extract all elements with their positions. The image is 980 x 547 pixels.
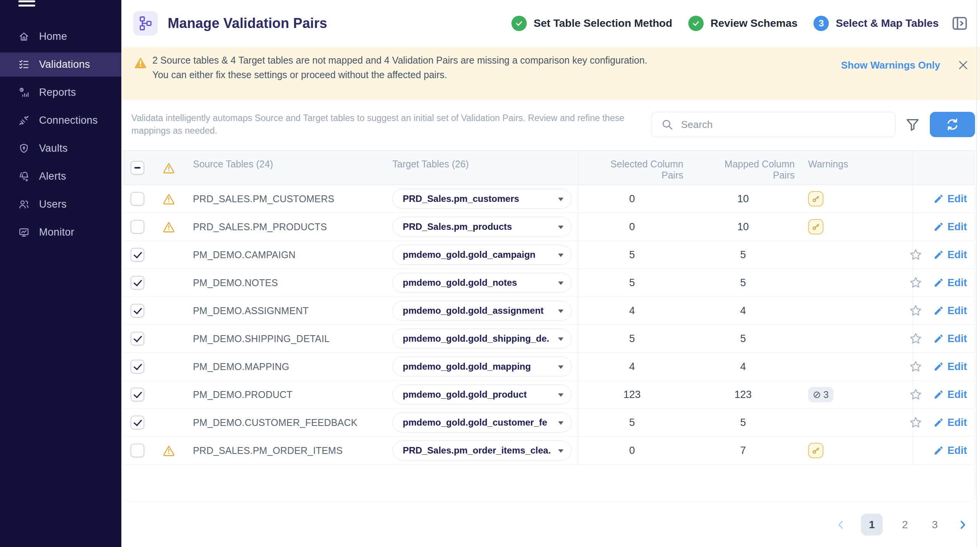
hamburger-icon[interactable] [18,0,35,9]
reports-icon [18,87,29,98]
target-table-value: pmdemo_gold.gold_shipping_de. [403,333,549,344]
warning-triangle-icon [163,221,175,233]
stepper: Set Table Selection MethodReview Schemas… [511,16,939,31]
sidebar-item-monitor[interactable]: Monitor [0,220,121,244]
excluded-columns-badge[interactable]: ⊘3 [808,387,833,402]
sidebar-item-reports[interactable]: Reports [0,80,121,105]
star-icon[interactable] [909,276,923,290]
row-warning-cell [157,185,186,213]
row-warnings-cell [800,269,913,296]
table-row: PM_DEMO.CAMPAIGN pmdemo_gold.gold_campai… [123,241,975,269]
target-table-dropdown[interactable]: PRD_Sales.pm_customers [392,189,572,209]
edit-button[interactable]: Edit [933,445,967,457]
sidebar-item-label: Monitor [39,226,74,238]
row-checkbox[interactable] [131,192,144,206]
show-warnings-only-link[interactable]: Show Warnings Only [841,59,940,71]
warning-triangle-icon [163,193,175,205]
edit-button[interactable]: Edit [933,417,967,429]
sidebar-nav: HomeValidationsReportsConnectionsVaultsA… [0,25,121,248]
table-row: PRD_SALES.PM_ORDER_ITEMS PRD_Sales.pm_or… [123,437,975,465]
sidebar-item-users[interactable]: Users [0,192,121,216]
row-checkbox[interactable] [131,220,144,234]
target-table-value: PRD_Sales.pm_customers [403,193,519,204]
row-checkbox[interactable] [131,416,144,429]
selected-column-pairs-value: 123 [578,381,686,408]
row-checkbox[interactable] [131,304,144,318]
mapped-column-pairs-value: 5 [686,241,800,269]
page-button-2[interactable]: 2 [897,514,913,536]
step-label: Set Table Selection Method [534,17,672,29]
star-icon[interactable] [909,304,923,318]
missing-key-badge[interactable] [808,443,823,458]
next-page-icon[interactable] [957,519,969,531]
column-header-target[interactable]: Target Tables (26) [385,151,578,185]
panel-toggle-icon[interactable] [951,15,969,32]
edit-button[interactable]: Edit [933,249,967,261]
target-table-dropdown[interactable]: PRD_Sales.pm_order_items_clea. [392,441,572,460]
sidebar-item-validations[interactable]: Validations [0,52,121,77]
star-icon[interactable] [909,248,923,262]
edit-button[interactable]: Edit [933,333,967,345]
row-checkbox[interactable] [131,444,144,457]
pencil-icon [933,361,944,372]
target-table-dropdown[interactable]: pmdemo_gold.gold_mapping [392,357,572,377]
target-table-dropdown[interactable]: pmdemo_gold.gold_campaign [392,245,572,265]
column-header-selected-pairs[interactable]: Selected Column Pairs [578,151,686,185]
row-checkbox[interactable] [131,388,144,401]
step-1[interactable]: Set Table Selection Method [511,16,672,31]
edit-button[interactable]: Edit [933,221,967,233]
missing-key-badge[interactable] [808,219,823,234]
row-checkbox[interactable] [131,360,144,373]
star-icon[interactable] [909,360,923,373]
column-header-source[interactable]: Source Tables (24) [186,151,385,185]
sidebar-item-vaults[interactable]: Vaults [0,136,121,160]
step-2[interactable]: Review Schemas [688,16,797,31]
table-row: PM_DEMO.MAPPING pmdemo_gold.gold_mapping… [123,353,975,381]
target-table-dropdown[interactable]: PRD_Sales.pm_products [392,217,572,237]
edit-button[interactable]: Edit [933,277,967,289]
row-checkbox[interactable] [131,332,144,346]
star-icon[interactable] [909,416,923,429]
sidebar-item-home[interactable]: Home [0,25,121,49]
page-button-3[interactable]: 3 [927,514,942,536]
previous-page-icon[interactable] [835,519,846,531]
edit-button[interactable]: Edit [933,361,967,373]
row-checkbox[interactable] [131,276,144,290]
star-icon[interactable] [909,332,923,346]
source-table-name: PM_DEMO.NOTES [186,269,385,296]
target-table-dropdown[interactable]: pmdemo_gold.gold_shipping_de. [392,329,572,349]
column-header-mapped-pairs[interactable]: Mapped Column Pairs [686,151,800,185]
refresh-button[interactable] [930,112,975,137]
target-table-dropdown[interactable]: pmdemo_gold.gold_assignment [392,301,572,321]
row-actions: Edit [913,353,975,380]
close-icon[interactable] [957,59,969,71]
chevron-down-icon [558,282,564,285]
table-body: PRD_SALES.PM_CUSTOMERS PRD_Sales.pm_cust… [123,185,975,465]
target-table-dropdown[interactable]: pmdemo_gold.gold_product [392,385,572,405]
connections-icon [18,115,29,126]
filter-icon[interactable] [905,117,920,132]
target-table-dropdown[interactable]: pmdemo_gold.gold_customer_fe [392,413,572,432]
step-3[interactable]: 3Select & Map Tables [813,16,939,31]
search-input[interactable] [681,119,887,131]
target-table-value: pmdemo_gold.gold_campaign [403,249,536,260]
edit-button[interactable]: Edit [933,389,967,401]
edit-button[interactable]: Edit [933,305,967,317]
missing-key-badge[interactable] [808,191,823,206]
search-icon [661,118,673,131]
column-header-warnings[interactable]: Warnings [800,151,913,185]
warning-triangle-icon [163,444,175,457]
sidebar-item-alerts[interactable]: Alerts [0,164,121,188]
star-icon[interactable] [909,388,923,401]
selected-column-pairs-value: 0 [578,437,686,464]
sidebar-item-connections[interactable]: Connections [0,108,121,133]
row-actions: Edit [913,241,975,269]
target-table-dropdown[interactable]: pmdemo_gold.gold_notes [392,273,572,293]
row-checkbox[interactable] [131,248,144,262]
edit-button[interactable]: Edit [933,193,967,205]
key-icon [811,222,820,231]
selected-column-pairs-value: 0 [578,213,686,241]
page-button-1[interactable]: 1 [861,514,883,536]
select-all-checkbox[interactable] [131,161,144,175]
pencil-icon [933,333,944,344]
